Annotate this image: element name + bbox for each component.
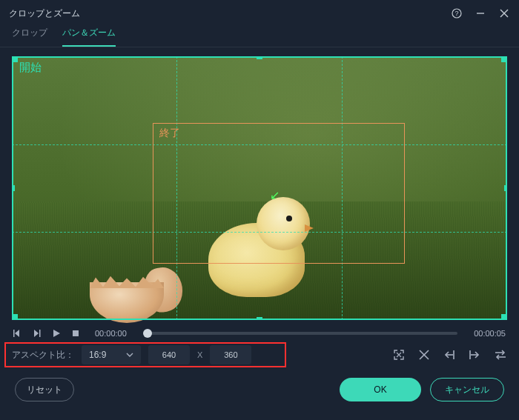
aspect-ratio-label: アスペクト比：: [12, 349, 74, 361]
time-current: 00:00:00: [95, 329, 127, 338]
start-frame-label: 開始: [19, 61, 42, 75]
prev-frame-icon[interactable]: [13, 329, 22, 338]
tab-crop[interactable]: クロップ: [12, 27, 47, 47]
aspect-ratio-dropdown[interactable]: 16:9: [82, 345, 141, 364]
swap-icon[interactable]: [494, 349, 507, 361]
reset-button[interactable]: リセット: [15, 378, 74, 401]
next-frame-icon[interactable]: [33, 329, 42, 338]
svg-marker-9: [53, 330, 60, 337]
svg-marker-7: [34, 330, 39, 337]
width-input[interactable]: 640: [148, 345, 190, 364]
align-left-icon[interactable]: [443, 349, 455, 361]
chevron-down-icon: [126, 353, 133, 357]
cancel-button[interactable]: キャンセル: [430, 378, 504, 401]
fit-out-icon[interactable]: [418, 349, 430, 361]
scrubber-thumb[interactable]: [143, 329, 152, 338]
stop-icon[interactable]: [71, 329, 80, 338]
svg-text:?: ?: [454, 10, 458, 17]
aspect-ratio-value: 16:9: [89, 350, 106, 360]
svg-rect-6: [13, 330, 15, 337]
svg-rect-10: [73, 330, 79, 336]
minimize-icon[interactable]: [475, 7, 486, 19]
play-icon[interactable]: [52, 329, 61, 338]
chick-graphic: [201, 193, 312, 301]
eggshell-graphic: [90, 267, 179, 319]
help-icon[interactable]: ?: [451, 7, 463, 19]
time-total: 00:00:05: [474, 329, 506, 338]
height-input[interactable]: 360: [210, 345, 251, 364]
dimension-x-label: X: [197, 350, 202, 359]
svg-rect-8: [39, 330, 41, 337]
timeline-scrubber[interactable]: [143, 332, 457, 335]
preview-canvas[interactable]: 開始 終了 ↙: [12, 56, 507, 320]
ok-button[interactable]: OK: [340, 378, 421, 401]
close-icon[interactable]: [498, 7, 510, 19]
svg-marker-5: [15, 330, 19, 337]
window-title: クロップとズーム: [9, 7, 80, 20]
align-right-icon[interactable]: [469, 349, 480, 361]
tab-panzoom[interactable]: パン＆ズーム: [62, 27, 116, 47]
fit-in-icon[interactable]: [393, 349, 405, 361]
